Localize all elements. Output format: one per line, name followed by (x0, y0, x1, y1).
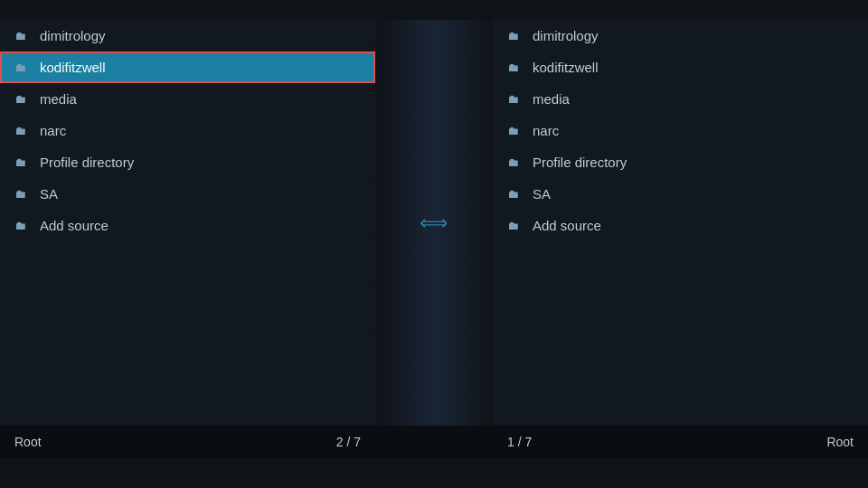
right-list-item[interactable]: 🖿kodifitzwell (493, 52, 868, 83)
left-item-label: narc (40, 123, 66, 138)
right-list-item[interactable]: 🖿SA (493, 178, 868, 210)
right-list-item[interactable]: 🖿Add source (493, 210, 868, 241)
left-item-label: Profile directory (40, 155, 134, 170)
folder-icon: 🖿 (14, 92, 31, 106)
left-item-label: media (40, 91, 77, 107)
right-list-item[interactable]: 🖿dimitrology (493, 20, 868, 52)
left-list-item[interactable]: 🖿dimitrology (0, 20, 375, 52)
footer-left: Root 2 / 7 (0, 426, 375, 458)
left-file-list: 🖿dimitrology🖿kodifitzwell🖿media🖿narc🖿Pro… (0, 20, 375, 241)
left-list-item[interactable]: 🖿media (0, 83, 375, 115)
main-content: 🖿dimitrology🖿kodifitzwell🖿media🖿narc🖿Pro… (0, 20, 868, 426)
left-item-label: dimitrology (40, 28, 106, 43)
header (0, 0, 868, 20)
left-item-label: SA (40, 186, 58, 202)
folder-icon: 🖿 (14, 124, 31, 137)
right-list-item[interactable]: 🖿Profile directory (493, 146, 868, 178)
folder-icon: 🖿 (507, 61, 524, 74)
footer-right: 1 / 7 Root (493, 426, 868, 458)
folder-icon: 🖿 (507, 155, 524, 169)
left-panel: 🖿dimitrology🖿kodifitzwell🖿media🖿narc🖿Pro… (0, 20, 375, 426)
folder-icon: 🖿 (507, 219, 524, 232)
right-list-item[interactable]: 🖿media (493, 83, 868, 115)
right-item-label: Add source (533, 218, 601, 233)
left-item-label: kodifitzwell (40, 60, 106, 75)
folder-icon: 🖿 (507, 187, 524, 201)
folder-icon: 🖿 (14, 29, 31, 42)
left-list-item[interactable]: 🖿SA (0, 178, 375, 210)
footer-divider (375, 426, 493, 458)
left-item-label: Add source (40, 218, 108, 233)
left-list-item[interactable]: 🖿Add source (0, 210, 375, 241)
left-footer-count: 2 / 7 (336, 435, 361, 449)
folder-icon: 🖿 (507, 29, 524, 42)
folder-icon: 🖿 (14, 155, 31, 169)
right-item-label: media (533, 91, 570, 107)
left-list-item[interactable]: 🖿kodifitzwell (0, 52, 375, 83)
right-footer-label: Root (826, 435, 854, 449)
folder-icon: 🖿 (14, 219, 31, 232)
right-item-label: narc (533, 123, 559, 138)
right-item-label: dimitrology (533, 28, 599, 43)
swap-icon: ⟺ (420, 211, 448, 235)
right-item-label: SA (533, 186, 551, 202)
right-panel: 🖿dimitrology🖿kodifitzwell🖿media🖿narc🖿Pro… (493, 20, 868, 426)
folder-icon: 🖿 (507, 124, 524, 137)
right-file-list: 🖿dimitrology🖿kodifitzwell🖿media🖿narc🖿Pro… (493, 20, 868, 241)
folder-icon: 🖿 (14, 187, 31, 201)
folder-icon: 🖿 (507, 92, 524, 106)
right-footer-count: 1 / 7 (507, 435, 532, 449)
right-item-label: kodifitzwell (533, 60, 599, 75)
right-item-label: Profile directory (533, 155, 627, 170)
footer: Root 2 / 7 1 / 7 Root (0, 426, 868, 458)
left-list-item[interactable]: 🖿Profile directory (0, 146, 375, 178)
panel-divider: ⟺ (375, 20, 493, 426)
folder-icon: 🖿 (14, 61, 31, 74)
left-footer-label: Root (14, 435, 42, 449)
left-list-item[interactable]: 🖿narc (0, 115, 375, 146)
right-list-item[interactable]: 🖿narc (493, 115, 868, 146)
